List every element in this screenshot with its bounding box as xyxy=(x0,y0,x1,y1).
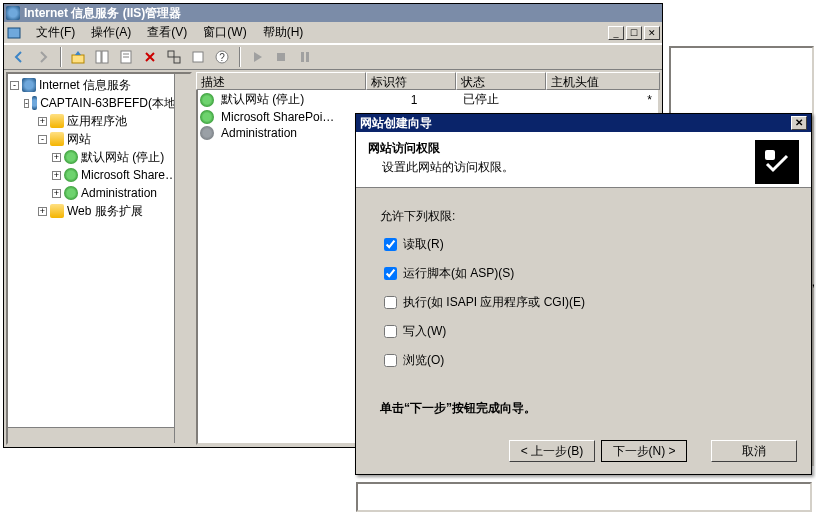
cell-host: * xyxy=(549,93,656,107)
wizard-close-button[interactable]: ✕ xyxy=(791,116,807,130)
wizard-header: 网站访问权限 设置此网站的访问权限。 xyxy=(356,132,811,188)
refresh-button[interactable] xyxy=(163,46,185,68)
expander-icon[interactable]: - xyxy=(38,135,47,144)
menu-view[interactable]: 查看(V) xyxy=(139,22,195,43)
opt-write[interactable]: 写入(W) xyxy=(380,322,787,341)
up-button[interactable] xyxy=(67,46,89,68)
bottom-blank-panel xyxy=(356,482,812,512)
svg-rect-2 xyxy=(96,51,101,63)
col-desc[interactable]: 描述 xyxy=(196,72,366,90)
expander-icon[interactable]: + xyxy=(38,117,47,126)
expander-icon[interactable]: + xyxy=(52,189,61,198)
expander-icon[interactable]: + xyxy=(52,153,61,162)
window-title: Internet 信息服务 (IIS)管理器 xyxy=(24,5,181,22)
expander-icon[interactable]: + xyxy=(38,207,47,216)
show-tree-button[interactable] xyxy=(91,46,113,68)
export-button[interactable] xyxy=(187,46,209,68)
properties-button[interactable] xyxy=(115,46,137,68)
menu-window[interactable]: 窗口(W) xyxy=(195,22,254,43)
menu-action[interactable]: 操作(A) xyxy=(83,22,139,43)
checkbox-script[interactable] xyxy=(384,267,397,280)
tree-site-sharepoint[interactable]: + Microsoft Share… xyxy=(10,166,188,184)
menu-help[interactable]: 帮助(H) xyxy=(255,22,312,43)
svg-rect-9 xyxy=(193,52,203,62)
tree-v-scrollbar[interactable] xyxy=(174,74,190,443)
tree-apppools-label: 应用程序池 xyxy=(67,112,127,130)
tree-root-label: Internet 信息服务 xyxy=(39,76,131,94)
tree-site-default-label: 默认网站 (停止) xyxy=(81,148,164,166)
tree-webext-label: Web 服务扩展 xyxy=(67,202,143,220)
opt-read[interactable]: 读取(R) xyxy=(380,235,787,254)
col-host[interactable]: 主机头值 xyxy=(546,72,660,90)
svg-rect-12 xyxy=(277,53,285,61)
maximize-button[interactable]: ☐ xyxy=(626,26,642,40)
folder-icon xyxy=(50,114,64,128)
opt-script[interactable]: 运行脚本(如 ASP)(S) xyxy=(380,264,787,283)
svg-rect-8 xyxy=(174,57,180,63)
tree-server[interactable]: - CAPTAIN-63BFEFD(本地计 xyxy=(10,94,188,112)
checkbox-browse[interactable] xyxy=(384,354,397,367)
menu-file[interactable]: 文件(F) xyxy=(28,22,83,43)
opt-exec[interactable]: 执行(如 ISAPI 应用程序或 CGI)(E) xyxy=(380,293,787,312)
expander-icon[interactable]: + xyxy=(52,171,61,180)
globe-icon xyxy=(64,150,78,164)
menu-icon xyxy=(6,25,22,41)
help-button[interactable]: ? xyxy=(211,46,233,68)
forward-button xyxy=(32,46,54,68)
opt-read-label: 读取(R) xyxy=(403,236,444,253)
minimize-button[interactable]: _ xyxy=(608,26,624,40)
tree-websites[interactable]: - 网站 xyxy=(10,130,188,148)
window-titlebar[interactable]: Internet 信息服务 (IIS)管理器 xyxy=(4,4,662,22)
play-button xyxy=(246,46,268,68)
list-header: 描述 标识符 状态 主机头值 xyxy=(196,72,660,90)
wizard-banner-icon xyxy=(755,140,799,184)
next-button[interactable]: 下一步(N) > xyxy=(601,440,687,462)
toolbar-separator xyxy=(239,47,240,67)
expander-icon[interactable]: - xyxy=(24,99,29,108)
opt-browse[interactable]: 浏览(O) xyxy=(380,351,787,370)
window-controls: _ ☐ ✕ xyxy=(606,26,696,40)
wizard-titlebar[interactable]: 网站创建向导 ✕ xyxy=(356,114,811,132)
tree-site-admin[interactable]: + Administration xyxy=(10,184,188,202)
menu-bar: 文件(F) 操作(A) 查看(V) 窗口(W) 帮助(H) xyxy=(4,22,662,44)
tree-h-scrollbar[interactable] xyxy=(8,427,174,443)
svg-rect-3 xyxy=(102,51,108,63)
globe-icon xyxy=(200,93,214,107)
toolbar: ? xyxy=(4,44,662,70)
checkbox-read[interactable] xyxy=(384,238,397,251)
globe-icon xyxy=(64,168,78,182)
cancel-button[interactable]: 取消 xyxy=(711,440,797,462)
app-icon xyxy=(6,6,20,20)
svg-rect-14 xyxy=(306,52,309,62)
col-id[interactable]: 标识符 xyxy=(366,72,456,90)
tree-root[interactable]: - Internet 信息服务 xyxy=(10,76,188,94)
pause-button xyxy=(294,46,316,68)
svg-rect-15 xyxy=(759,144,795,180)
cell-desc: Microsoft SharePoi… xyxy=(217,110,338,124)
tree-app-pools[interactable]: + 应用程序池 xyxy=(10,112,188,130)
checkbox-exec[interactable] xyxy=(384,296,397,309)
tree: - Internet 信息服务 - CAPTAIN-63BFEFD(本地计 + … xyxy=(8,74,190,222)
computer-icon xyxy=(32,96,37,110)
svg-rect-13 xyxy=(301,52,304,62)
svg-rect-1 xyxy=(72,55,84,63)
svg-rect-0 xyxy=(8,28,20,38)
col-state[interactable]: 状态 xyxy=(456,72,546,90)
tree-websites-label: 网站 xyxy=(67,130,91,148)
expander-icon[interactable]: - xyxy=(10,81,19,90)
opt-exec-label: 执行(如 ISAPI 应用程序或 CGI)(E) xyxy=(403,294,585,311)
tree-site-sp-label: Microsoft Share… xyxy=(81,166,177,184)
toolbar-separator xyxy=(60,47,61,67)
tree-site-admin-label: Administration xyxy=(81,184,157,202)
tree-web-ext[interactable]: + Web 服务扩展 xyxy=(10,202,188,220)
close-button[interactable]: ✕ xyxy=(644,26,660,40)
delete-button[interactable] xyxy=(139,46,161,68)
opt-script-label: 运行脚本(如 ASP)(S) xyxy=(403,265,514,282)
back-button[interactable] xyxy=(8,46,30,68)
list-row[interactable]: 默认网站 (停止) 1 已停止 * xyxy=(198,90,658,109)
tree-pane[interactable]: - Internet 信息服务 - CAPTAIN-63BFEFD(本地计 + … xyxy=(6,72,192,445)
back-button[interactable]: < 上一步(B) xyxy=(509,440,595,462)
wizard-subheading: 设置此网站的访问权限。 xyxy=(382,159,514,176)
tree-site-default[interactable]: + 默认网站 (停止) xyxy=(10,148,188,166)
checkbox-write[interactable] xyxy=(384,325,397,338)
